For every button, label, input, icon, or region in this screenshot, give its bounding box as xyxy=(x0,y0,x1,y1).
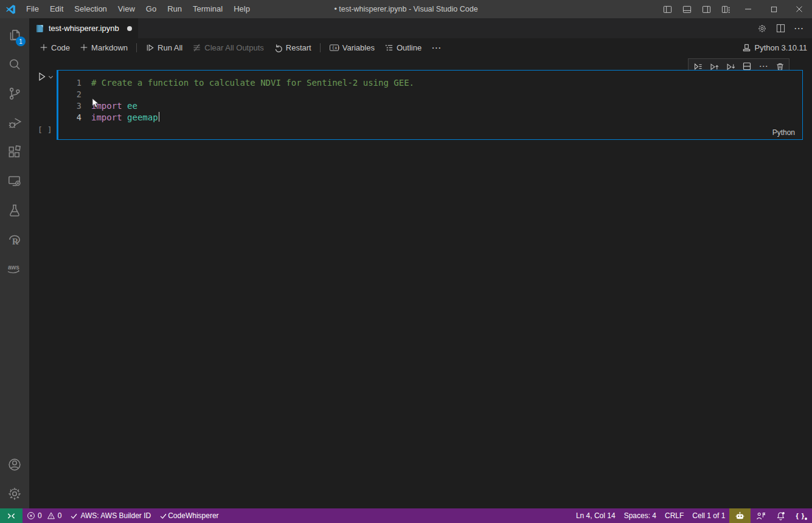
eol-status[interactable]: CRLF xyxy=(661,508,688,523)
indentation-status[interactable]: Spaces: 4 xyxy=(620,508,661,523)
menu-run[interactable]: Run xyxy=(162,0,187,18)
code-line-3[interactable]: 3importee xyxy=(58,100,802,112)
restart-button[interactable]: Restart xyxy=(269,40,316,55)
warning-icon xyxy=(47,511,55,520)
codewhisperer-robot-status[interactable] xyxy=(729,508,751,523)
variables-icon: (x) xyxy=(329,43,339,52)
tab-test-whisperer[interactable]: test-whisperer.ipynb xyxy=(29,18,138,38)
customize-layout-glyph xyxy=(721,5,730,14)
split-editor-icon xyxy=(776,24,785,33)
chevron-down-icon[interactable] xyxy=(47,74,54,80)
sidebar-item-source-control[interactable] xyxy=(0,79,29,108)
kernel-icon xyxy=(742,43,751,52)
menu-go[interactable]: Go xyxy=(141,0,162,18)
sidebar-item-aws[interactable]: aws xyxy=(0,254,29,283)
code-line-1[interactable]: 1# Create a function to calculate NDVI f… xyxy=(58,77,802,89)
sidebar-item-accounts[interactable] xyxy=(0,450,29,479)
account-icon xyxy=(7,457,23,473)
aws-icon: aws xyxy=(5,261,24,277)
sidebar-item-remote-explorer[interactable] xyxy=(0,167,29,196)
more-actions-button[interactable]: ⋯ xyxy=(791,21,806,36)
problems-status[interactable]: 0 0 xyxy=(23,508,66,523)
indentation-label: Spaces: 4 xyxy=(624,511,656,520)
gear-icon xyxy=(757,24,767,33)
sidebar-item-settings[interactable] xyxy=(0,479,29,508)
code-keyword: import xyxy=(91,112,122,123)
sidebar-item-testing[interactable] xyxy=(0,196,29,225)
close-button[interactable] xyxy=(786,0,812,18)
add-code-cell-button[interactable]: Code xyxy=(35,40,74,55)
sidebar-item-r-language[interactable]: R xyxy=(0,225,29,254)
r-language-icon: R xyxy=(7,232,23,248)
svg-text:(x): (x) xyxy=(331,45,339,50)
menu-terminal[interactable]: Terminal xyxy=(187,0,228,18)
tab-label: test-whisperer.ipynb xyxy=(49,24,119,33)
error-count: 0 xyxy=(38,511,42,520)
vscode-logo-icon[interactable] xyxy=(0,4,21,15)
notifications-status[interactable] xyxy=(771,508,791,523)
outline-label: Outline xyxy=(397,43,422,52)
feedback-status[interactable] xyxy=(751,508,771,523)
menu-file[interactable]: File xyxy=(21,0,44,18)
notebook-file-icon xyxy=(35,24,44,33)
dirty-indicator[interactable] xyxy=(127,26,132,31)
notebook-layout-gear-button[interactable] xyxy=(755,21,769,36)
sidebar-item-search[interactable] xyxy=(0,50,29,79)
maximize-icon xyxy=(771,6,777,13)
plus-icon xyxy=(80,43,88,52)
warning-count: 0 xyxy=(58,511,62,520)
minimize-button[interactable] xyxy=(735,0,761,18)
aws-builder-id-status[interactable]: AWS: AWS Builder ID xyxy=(66,508,155,523)
menu-view[interactable]: View xyxy=(113,0,141,18)
code-line-2[interactable]: 2 xyxy=(58,89,802,100)
cell-code-editor[interactable]: 1# Create a function to calculate NDVI f… xyxy=(58,71,802,123)
add-markdown-cell-button[interactable]: Markdown xyxy=(75,40,132,55)
code-line-4[interactable]: 4importgeemap xyxy=(58,112,802,123)
cell-position-label: Cell 1 of 1 xyxy=(692,511,725,520)
check-icon xyxy=(159,512,167,520)
customize-layout-icon[interactable] xyxy=(716,0,735,18)
braces-icon: { } xyxy=(796,512,805,519)
notebook-toolbar: Code Markdown Run All Clear All Outputs … xyxy=(29,38,812,57)
activity-bar: 1 xyxy=(0,18,29,508)
cell-position-status[interactable]: Cell 1 of 1 xyxy=(688,508,729,523)
code-cell[interactable]: 1# Create a function to calculate NDVI f… xyxy=(57,70,803,140)
bell-icon xyxy=(776,511,786,521)
status-bar: 0 0 AWS: AWS Builder ID CodeWhisperer Ln… xyxy=(0,508,812,523)
clear-all-outputs-label: Clear All Outputs xyxy=(204,43,264,52)
close-icon xyxy=(796,5,803,13)
gear-icon xyxy=(7,486,23,502)
code-module: geemap xyxy=(127,112,158,123)
sidebar-item-run-debug[interactable] xyxy=(0,108,29,137)
kernel-picker[interactable]: Python 3.10.11 xyxy=(742,43,808,52)
toggle-secondary-sidebar-icon[interactable] xyxy=(696,0,716,18)
source-control-icon xyxy=(7,86,23,102)
search-icon xyxy=(7,57,23,72)
codewhisperer-status[interactable]: CodeWhisperer xyxy=(155,508,223,523)
aws-letters: aws xyxy=(8,264,19,271)
variables-button[interactable]: (x) Variables xyxy=(325,40,379,55)
menu-edit[interactable]: Edit xyxy=(44,0,69,18)
variables-label: Variables xyxy=(342,43,375,52)
run-all-label: Run All xyxy=(158,43,182,52)
run-all-button[interactable]: Run All xyxy=(141,40,187,55)
menu-selection[interactable]: Selection xyxy=(69,0,112,18)
cursor-position-status[interactable]: Ln 4, Col 14 xyxy=(572,508,620,523)
menu-help[interactable]: Help xyxy=(228,0,255,18)
cell-language-picker[interactable]: Python xyxy=(769,127,799,138)
plus-icon xyxy=(40,43,48,52)
sidebar-item-explorer[interactable]: 1 xyxy=(0,21,29,50)
toggle-sidebar-icon[interactable] xyxy=(658,0,677,18)
maximize-button[interactable] xyxy=(761,0,786,18)
remote-indicator[interactable] xyxy=(0,508,23,523)
run-debug-icon xyxy=(7,115,23,131)
language-status[interactable]: { } xyxy=(791,508,812,523)
toggle-panel-icon[interactable] xyxy=(677,0,696,18)
check-icon xyxy=(70,512,78,520)
more-notebook-actions-button[interactable]: ⋯ xyxy=(427,40,445,55)
split-editor-button[interactable] xyxy=(773,21,788,36)
outline-button[interactable]: Outline xyxy=(380,40,426,55)
run-cell-button[interactable] xyxy=(36,71,54,82)
sidebar-item-extensions[interactable] xyxy=(0,137,29,167)
clear-all-outputs-button[interactable]: Clear All Outputs xyxy=(188,40,268,55)
